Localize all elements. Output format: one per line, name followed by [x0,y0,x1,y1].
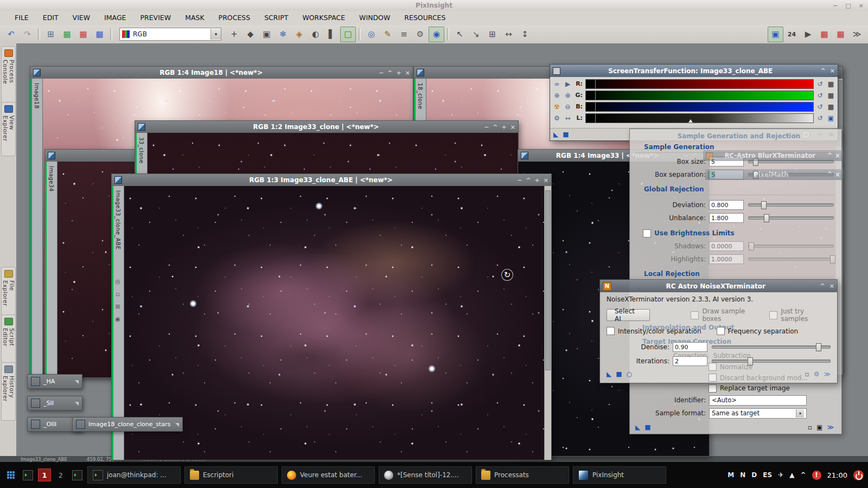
overflow-icon[interactable]: ≫ [849,27,865,42]
shade-icon[interactable]: ^ [821,67,826,74]
reset-channel-icon[interactable]: ↺ [815,103,825,111]
shade-icon[interactable]: ^ [827,152,833,159]
sidebar-tab-script-editor[interactable]: Script Editor [1,314,16,364]
track-view-icon[interactable]: ◎ [363,27,379,42]
terminal-launcher-icon[interactable] [71,468,84,481]
menu-item[interactable]: FILE [8,11,36,25]
menu-item[interactable]: RESOURCES [397,11,452,25]
snowflake-icon[interactable]: ❄ [275,27,291,42]
notifications-icon[interactable]: ▲ [789,471,794,479]
reset-icon[interactable]: ■ [616,370,622,378]
resize-grip-icon[interactable]: ◥ [175,422,179,427]
screen-blue-icon[interactable]: ▦ [92,27,107,42]
arrow-nw-icon[interactable]: ↖ [452,27,468,42]
redo-icon[interactable]: ↷ [20,27,35,42]
edit-mode-icon[interactable]: ▶ [563,80,572,88]
ruler-icon[interactable]: ≡ [396,27,412,42]
section-local-rejection[interactable]: Local Rejection [635,270,834,280]
stf-red-transfer-bar[interactable] [585,79,814,89]
sidebar-tab-file-explorer[interactable]: File Explorer [1,267,16,318]
identifier-input[interactable]: <Auto> [709,395,807,406]
blurxterminator-ghost-titlebar[interactable]: RC-Astro BlurXTerminator ^ × [703,150,843,161]
screen-green-icon[interactable]: ▦ [59,27,75,42]
bit24-icon[interactable]: 24 [784,27,800,42]
sidebar-tab-view-explorer[interactable]: View Explorer [1,102,16,156]
image33-clone-abe-canvas[interactable]: ↻ [124,186,544,460]
sample-format-select[interactable]: Same as target▾ [709,408,807,419]
tray-icon[interactable]: M [727,471,734,479]
select-ai-button[interactable]: Select AI [607,309,650,321]
denoise-input[interactable]: 0.90 [673,342,707,352]
view-tab-icons[interactable]: ◎▫⊞◉ [113,278,122,323]
iterations-input[interactable]: 2 [673,356,707,366]
channel-selector[interactable]: RGB ▾ [119,28,221,41]
new-instance-icon[interactable]: ◣ [635,423,640,431]
stf-display-icon[interactable]: ▣ [768,27,783,42]
minimize-icon[interactable]: − [833,2,838,9]
workspace-1-button[interactable]: 1 [38,468,51,481]
view-selector-tab[interactable]: Image34 [45,162,58,377]
expand-icon[interactable]: ≫ [827,423,834,431]
stf-blue-transfer-bar[interactable] [585,102,814,112]
enable-stf-icon[interactable]: ▣ [826,114,835,122]
close-icon[interactable]: × [510,124,515,131]
shadows-input[interactable]: 0.0000 [709,241,744,251]
shade-icon[interactable]: ^ [387,69,392,76]
iconize-icon[interactable]: − [517,177,522,184]
separator[interactable] [447,28,449,41]
undo-icon[interactable]: ↶ [3,27,19,42]
terminal-launcher-icon[interactable] [21,468,34,481]
reset-icon[interactable]: ■ [644,423,650,431]
crop-icon[interactable]: □ [340,27,356,42]
close-icon[interactable]: × [544,177,548,184]
stf-green-transfer-bar[interactable] [585,91,814,100]
option-box-icon[interactable]: ▫ [808,423,812,431]
menu-item[interactable]: WORKSPACE [295,11,352,25]
task-escriptori[interactable]: Escriptori [184,466,278,484]
menu-item[interactable]: MASK [178,11,211,25]
menu-item[interactable]: PROCESS [212,11,258,25]
zoom-icon[interactable]: + [502,124,507,131]
grid-icon[interactable]: ⊞ [484,27,500,42]
new-window-icon[interactable]: ⊞ [43,27,59,42]
send-icon[interactable]: ✈ [778,471,783,479]
task-firefox[interactable]: Veure estat bater... [282,466,375,484]
close-icon[interactable]: × [859,2,864,9]
frequency-separation-checkbox[interactable] [717,327,725,335]
chevron-down-icon[interactable]: ▾ [210,29,221,40]
menu-item[interactable]: SCRIPT [257,11,295,25]
iconized-window-sii[interactable]: _SII ◥ [27,396,82,410]
tray-icon[interactable]: ES [763,471,772,479]
noisexterminator-dialog[interactable]: N RC Astro NoiseXTerminator ^ × Interpol… [599,279,838,383]
annotate-icon[interactable]: ✎ [380,27,395,42]
tile-windows-icon[interactable]: ◆ [242,27,258,42]
use-brightness-limits-checkbox[interactable] [643,229,651,237]
wrench-icon[interactable]: ⚙ [814,370,820,378]
separator[interactable] [38,28,40,41]
shade-icon[interactable]: ^ [526,177,531,184]
deviation-slider[interactable] [748,203,834,207]
just-try-samples-checkbox[interactable] [769,311,777,319]
zoom-11-icon[interactable]: ⊕ [563,92,572,99]
menu-item[interactable]: EDIT [36,11,66,25]
histogram-icon[interactable]: ▦ [826,92,835,99]
image33-clone-abe-titlebar[interactable]: RGB 1:3 Image33_clone_ABE | <*new*> − ^ … [112,174,551,186]
reset-channel-icon[interactable]: ↺ [815,114,825,122]
zoom-icon[interactable]: + [535,177,540,184]
zoom-icon[interactable]: + [397,69,401,76]
os-titlebar[interactable]: PixInsight − □ × [0,0,868,11]
option-box-icon[interactable]: ▣ [816,423,822,431]
nxt-titlebar[interactable]: N RC Astro NoiseXTerminator ^ × [600,280,837,292]
fit-height-icon[interactable]: ↕ [517,27,533,42]
shade-icon[interactable]: ^ [827,171,833,178]
settings-wrench-icon[interactable]: ⚙ [552,114,561,122]
close-icon[interactable]: × [835,152,840,159]
deviation-input[interactable]: 0.800 [709,200,744,210]
highlights-input[interactable]: 1.0000 [709,254,744,264]
histogram-icon[interactable]: ▦ [826,80,835,88]
denoise-slider[interactable] [712,345,831,349]
menu-item[interactable]: IMAGE [97,11,133,25]
realtime-preview-icon[interactable]: ○ [627,370,632,378]
close-icon[interactable]: × [830,67,835,74]
screen-off2-icon[interactable]: ▦ [833,27,848,42]
